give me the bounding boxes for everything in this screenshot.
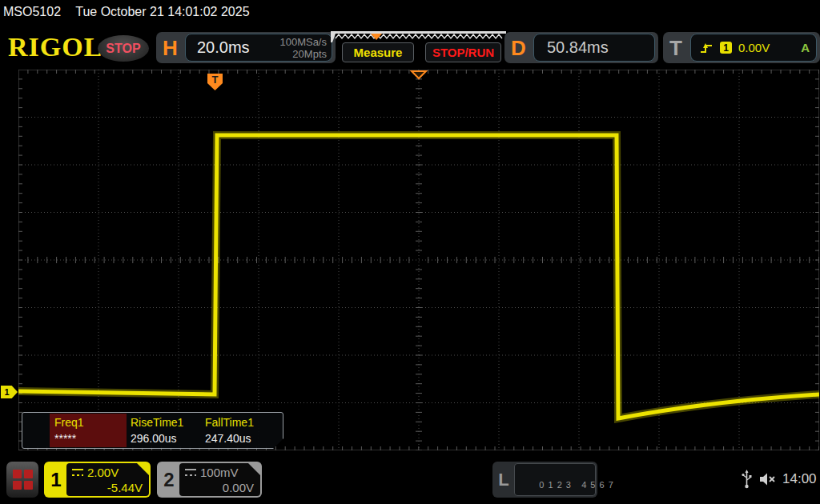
status-icons: 14:00 <box>742 467 818 491</box>
measurement-label: RiseTime1 <box>131 416 183 429</box>
channel-1-scale: 2.00V <box>87 466 119 479</box>
memory-position-bar[interactable] <box>331 31 506 42</box>
stop-run-button[interactable]: STOP/RUN <box>425 42 501 62</box>
measure-button-label: Measure <box>354 46 403 59</box>
trigger-panel[interactable]: T 1 0.00V A <box>663 32 820 63</box>
sample-rate: 100MSa/s <box>279 36 327 48</box>
logic-label: L <box>492 462 515 498</box>
dc-coupling-icon <box>185 469 196 476</box>
trigger-position-marker-label: T <box>212 74 219 86</box>
measurement-panel[interactable]: Freq1 ***** RiseTime1 296.00us FallTime1… <box>22 412 283 449</box>
timebase-box: 20.0ms 100MSa/s 20Mpts <box>185 34 332 62</box>
trigger-level: 0.00V <box>738 41 770 54</box>
model-name: MSO5102 <box>3 5 61 18</box>
channel-2-number: 2 <box>157 462 181 498</box>
channel-2-offset: 0.00V <box>185 481 254 494</box>
membar-wave <box>336 34 502 38</box>
horizontal-timebase-panel[interactable]: H 20.0ms 100MSa/s 20Mpts <box>156 32 336 63</box>
logic-row-1: 0 1 2 3 4 5 6 7 <box>539 480 613 490</box>
trigger-mode: A <box>801 41 810 54</box>
ch1-ground-marker-label: 1 <box>4 387 9 397</box>
delay-box: 50.84ms <box>533 34 655 62</box>
channel-1-number: 1 <box>44 462 68 498</box>
horizontal-label: H <box>163 36 178 61</box>
dc-coupling-icon <box>72 469 83 476</box>
delay-panel[interactable]: D 50.84ms <box>504 32 658 63</box>
measurement-value: ***** <box>54 432 84 445</box>
measurement-item-freq[interactable]: Freq1 ***** <box>54 416 84 445</box>
acquisition-info: 100MSa/s 20Mpts <box>279 36 327 60</box>
channel-1-offset: -5.44V <box>72 481 143 494</box>
titlebar: MSO5102 Tue October 21 14:01:02 2025 <box>3 5 250 19</box>
trigger-box: 1 0.00V A <box>690 34 817 62</box>
datetime: Tue October 21 14:01:02 2025 <box>75 5 249 18</box>
grid-menu-icon <box>13 470 33 490</box>
membar-frame <box>331 31 506 42</box>
logic-channels-block[interactable]: L 0 1 2 3 4 5 6 7 8 9 10 11 12 13 14 15 <box>492 462 597 498</box>
measurement-value: 296.00us <box>131 432 183 445</box>
speaker-mute-icon[interactable] <box>758 471 776 487</box>
ch1-ground-marker[interactable]: 1 <box>1 386 18 398</box>
measurement-item-risetime[interactable]: RiseTime1 296.00us <box>131 416 183 445</box>
channel-1-settings: 2.00V -5.44V <box>66 463 149 496</box>
delay-label: D <box>511 36 526 61</box>
horizontal-position-marker[interactable] <box>412 71 426 78</box>
trigger-label: T <box>669 36 682 61</box>
measure-button[interactable]: Measure <box>342 42 414 62</box>
trigger-position-marker[interactable]: T <box>207 74 223 90</box>
rising-edge-trigger-icon <box>699 41 713 55</box>
channel-1-block[interactable]: 1 2.00V -5.44V <box>44 462 151 498</box>
oscilloscope-screen: MSO5102 Tue October 21 14:01:02 2025 RIG… <box>0 0 820 504</box>
trigger-source-badge: 1 <box>720 42 732 54</box>
measurement-label: Freq1 <box>54 416 84 429</box>
channel-2-settings: 100mV 0.00V <box>179 463 260 496</box>
memory-depth: 20Mpts <box>292 48 327 60</box>
ch1-waveform-trace <box>18 135 819 418</box>
usb-icon <box>742 470 752 489</box>
channel-2-scale: 100mV <box>200 466 239 479</box>
run-state-badge: STOP <box>98 35 149 62</box>
timebase-value: 20.0ms <box>197 38 250 57</box>
delay-value: 50.84ms <box>547 38 609 57</box>
channel-2-block[interactable]: 2 100mV 0.00V <box>157 462 262 498</box>
grid-menu-button[interactable] <box>6 462 38 498</box>
logic-channel-list: 0 1 2 3 4 5 6 7 8 9 10 11 12 13 14 15 <box>514 463 596 496</box>
stop-run-button-label: STOP/RUN <box>432 46 494 59</box>
measurement-item-falltime[interactable]: FallTime1 247.40us <box>205 416 254 445</box>
measurement-value: 247.40us <box>205 432 254 445</box>
measurement-label: FallTime1 <box>205 416 254 429</box>
clock: 14:00 <box>782 471 817 487</box>
rigol-logo: RIGOL <box>8 32 102 62</box>
waveform-display: T <box>18 70 819 450</box>
